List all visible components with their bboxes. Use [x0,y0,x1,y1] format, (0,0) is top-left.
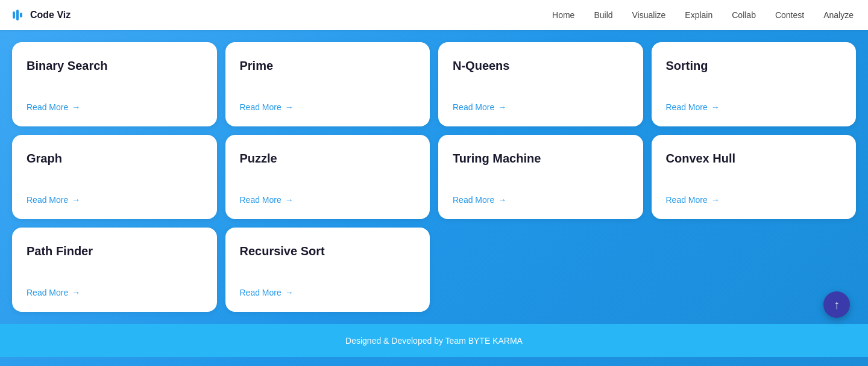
arrow-icon: → [72,288,80,297]
card-title-turing-machine: Turing Machine [453,152,629,166]
logo-icon [12,8,25,22]
cards-row1: Binary Search Read More → Prime Read Mor… [12,42,856,126]
card-path-finder: Path Finder Read More → [12,228,217,312]
nav-collab[interactable]: Collab [732,10,756,20]
footer: Designed & Developed by Team BYTE KARMA [0,324,868,357]
read-more-convex-hull[interactable]: Read More → [666,195,842,205]
card-sorting: Sorting Read More → [652,42,857,126]
arrow-icon: → [285,288,294,297]
arrow-icon: → [285,195,294,205]
card-n-queens: N-Queens Read More → [438,42,643,126]
read-more-prime[interactable]: Read More → [240,102,416,112]
arrow-icon: → [285,102,294,112]
arrow-icon: → [711,102,720,112]
main-content: Binary Search Read More → Prime Read Mor… [0,30,868,312]
card-graph: Graph Read More → [12,135,217,219]
svg-rect-0 [13,11,15,19]
nav-home[interactable]: Home [552,10,574,20]
read-more-sorting[interactable]: Read More → [666,102,842,112]
read-more-graph[interactable]: Read More → [27,195,203,205]
arrow-icon: → [711,195,720,205]
cards-row2: Graph Read More → Puzzle Read More → Tur… [12,135,856,219]
card-prime: Prime Read More → [225,42,430,126]
card-convex-hull: Convex Hull Read More → [652,135,857,219]
nav-links: Home Build Visualize Explain Collab Cont… [552,10,854,20]
arrow-icon: → [72,195,80,205]
card-title-path-finder: Path Finder [27,244,203,258]
arrow-icon: → [498,195,506,205]
card-puzzle: Puzzle Read More → [225,135,430,219]
card-title-graph: Graph [27,152,203,166]
card-title-n-queens: N-Queens [453,59,629,73]
card-title-puzzle: Puzzle [240,152,416,166]
card-title-sorting: Sorting [666,59,842,73]
nav-analyze[interactable]: Analyze [823,10,854,20]
card-binary-search: Binary Search Read More → [12,42,217,126]
read-more-puzzle[interactable]: Read More → [240,195,416,205]
logo[interactable]: Code Viz [12,8,71,22]
scroll-to-top-button[interactable]: ↑ [823,291,850,318]
arrow-icon: → [498,102,506,112]
card-title-convex-hull: Convex Hull [666,152,842,166]
read-more-binary-search[interactable]: Read More → [27,102,203,112]
nav-visualize[interactable]: Visualize [632,10,666,20]
read-more-n-queens[interactable]: Read More → [453,102,629,112]
read-more-recursive-sort[interactable]: Read More → [240,288,416,297]
card-turing-machine: Turing Machine Read More → [438,135,643,219]
nav-explain[interactable]: Explain [685,10,712,20]
arrow-icon: → [72,102,80,112]
svg-rect-1 [16,10,19,20]
navbar: Code Viz Home Build Visualize Explain Co… [0,0,868,30]
footer-text: Designed & Developed by Team BYTE KARMA [345,336,523,346]
nav-contest[interactable]: Contest [775,10,804,20]
read-more-path-finder[interactable]: Read More → [27,288,203,297]
card-title-binary-search: Binary Search [27,59,203,73]
card-title-recursive-sort: Recursive Sort [240,244,416,258]
card-recursive-sort: Recursive Sort Read More → [225,228,430,312]
nav-build[interactable]: Build [594,10,612,20]
up-arrow-icon: ↑ [834,298,840,312]
cards-row3: Path Finder Read More → Recursive Sort R… [12,228,856,312]
read-more-turing-machine[interactable]: Read More → [453,195,629,205]
logo-text: Code Viz [30,10,71,20]
svg-rect-2 [20,13,22,17]
card-title-prime: Prime [240,59,416,73]
